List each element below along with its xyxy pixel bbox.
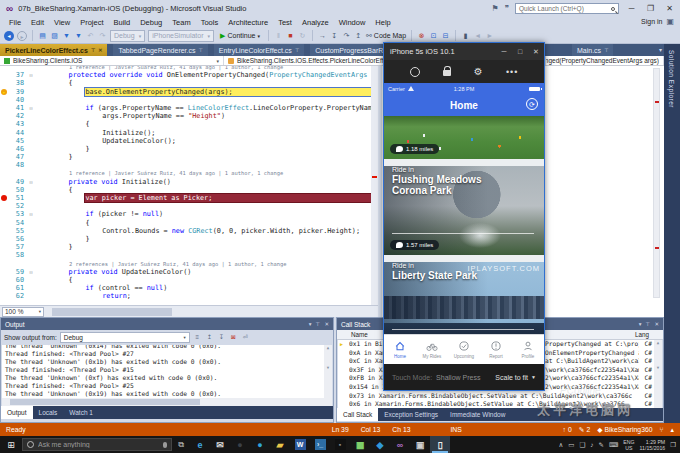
menu-test[interactable]: Test (273, 18, 297, 27)
taskbar-app-photos[interactable]: ▣ (410, 436, 430, 453)
breakpoint-gutter[interactable] (0, 137, 9, 145)
solution-config-combo[interactable]: Debug▾ (110, 30, 145, 42)
speaker-icon[interactable]: ♪ (590, 441, 593, 448)
panel-tab-locals[interactable]: Locals (33, 406, 64, 419)
breakpoint-gutter[interactable] (0, 96, 9, 104)
taskbar-app-word[interactable]: W (290, 436, 310, 453)
navigate-back-button[interactable]: ◂ (4, 31, 14, 41)
microphone-icon[interactable] (163, 442, 167, 448)
step-into-icon[interactable]: ↧ (330, 31, 339, 40)
continue-button[interactable]: ▶ Continue ▾ (217, 32, 263, 40)
taskbar-app-store-tiles[interactable]: ▦ (350, 436, 370, 453)
repo-button[interactable]: ◆ BikeSharing360 (597, 426, 652, 434)
taskbar-app-console[interactable]: ▪ (330, 436, 350, 453)
scale-to-fit-dropdown[interactable]: Scale to fit▼ (495, 374, 536, 381)
close-panel-icon[interactable]: ✕ (324, 321, 329, 327)
ride-card[interactable]: Ride inFlushing MeadowsCorona Park1.57 m… (384, 166, 544, 255)
user-avatar-icon[interactable]: ▣ (666, 17, 674, 26)
menu-project[interactable]: Project (75, 18, 108, 27)
panel-tab-call-stack[interactable]: Call Stack (337, 408, 378, 421)
output-horizontal-scrollbar[interactable] (2, 398, 332, 406)
breakpoint-gutter[interactable] (0, 71, 9, 79)
clear-output-icon[interactable]: ⊠ (229, 333, 238, 342)
breakpoint-gutter[interactable] (0, 202, 9, 210)
pen-icon[interactable]: ✎ (599, 441, 604, 449)
editor-horizontal-scrollbar[interactable] (52, 308, 172, 316)
breakpoint-gutter[interactable] (0, 227, 9, 235)
tab-overflow-icon[interactable]: ▾ (659, 46, 662, 53)
breakpoint-gutter[interactable] (0, 145, 9, 153)
taskbar-app-simulator-phone[interactable]: ▯ (430, 436, 450, 453)
codelens-info[interactable]: 2 references | Javier Suárez Ruiz, 41 da… (0, 260, 378, 268)
task-view-button[interactable]: ⧉ (172, 440, 190, 450)
step-over-icon[interactable]: ↷ (342, 31, 351, 40)
pin-icon[interactable]: ⊤ (316, 321, 321, 327)
breakpoint-gutter[interactable] (0, 268, 9, 276)
breakpoint-gutter[interactable] (0, 276, 9, 284)
tab-entrylinecoloreffect.cs[interactable]: EntryLineColorEffect.cs⊤ (214, 44, 304, 56)
output-panel-header[interactable]: Output ▾ ⊤ ✕ (1, 318, 333, 330)
lock-icon[interactable] (443, 70, 451, 76)
callstack-vertical-scrollbar[interactable]: ▲▼ (654, 340, 662, 408)
menu-file[interactable]: File (4, 18, 26, 27)
close-panel-icon[interactable]: ✕ (654, 321, 659, 327)
save-icon[interactable]: ▼ (62, 31, 71, 40)
breakpoint-gutter[interactable] (0, 104, 9, 112)
panel-tab-exception-settings[interactable]: Exception Settings (378, 408, 444, 421)
incoming-commits-button[interactable]: ↑ 0 (563, 426, 572, 433)
taskbar-app-file-explorer[interactable]: ▰ (270, 436, 290, 453)
breakpoint-gutter[interactable] (0, 79, 9, 87)
step-out-icon[interactable]: ↥ (354, 31, 363, 40)
stop-debug-icon[interactable]: ■ (286, 31, 295, 40)
breakpoint-gutter[interactable] (0, 194, 9, 202)
ride-card[interactable]: 1.18 miles (384, 116, 544, 159)
menu-view[interactable]: View (49, 18, 75, 27)
chevron-up-icon[interactable]: ∧ (559, 441, 564, 449)
member-dropdown[interactable]: OnElementPropertyChanged(PropertyChanged… (546, 56, 664, 65)
menu-architecture[interactable]: Architecture (223, 18, 273, 27)
panel-tab-watch-1[interactable]: Watch 1 (63, 406, 99, 419)
taskbar-app-powershell[interactable]: ›_ (310, 436, 330, 453)
language-indicator[interactable]: ENGUS (623, 439, 634, 451)
next-message-icon[interactable]: ↧ (217, 333, 226, 342)
editor-vertical-scrollbar[interactable] (371, 66, 378, 305)
panel-tab-output[interactable]: Output (1, 406, 33, 419)
restore-button[interactable]: ❐ (644, 4, 657, 13)
bookmark-icon[interactable]: ▮ (461, 31, 470, 40)
taskbar-app-edge[interactable]: e (190, 436, 210, 453)
notifications-flag-icon[interactable]: ⚑ (492, 4, 499, 13)
sim-maximize-button[interactable]: □ (512, 48, 528, 56)
taskbar-clock[interactable]: 1:29 PM11/15/2016 (640, 439, 666, 451)
new-file-icon[interactable]: ▤ (38, 31, 47, 40)
open-file-icon[interactable]: ▨ (50, 31, 59, 40)
breakpoint-gutter[interactable] (0, 161, 9, 169)
chat-icon[interactable]: ❑ (579, 441, 585, 449)
sim-tab-upcoming[interactable]: Upcoming (448, 335, 480, 364)
cortana-search-input[interactable]: Ask me anything (22, 438, 172, 451)
fold-toggle-icon[interactable]: ⊟ (27, 104, 35, 112)
sim-tab-my-rides[interactable]: My Rides (416, 335, 448, 364)
breakpoint-gutter[interactable] (0, 243, 9, 251)
redo-icon[interactable]: ↷ (98, 31, 107, 40)
close-button[interactable]: ✕ (663, 4, 676, 13)
breakpoint-gutter[interactable] (0, 210, 9, 218)
tab-pin-icon[interactable]: ⊤ (199, 47, 203, 53)
sync-icon[interactable]: ⟳ (526, 98, 538, 110)
window-position-icon[interactable]: ▾ (639, 321, 642, 327)
tab-pin-icon[interactable]: ⊤ (91, 47, 95, 53)
fold-toggle-icon[interactable]: ⊟ (27, 178, 35, 186)
sim-tab-report[interactable]: Report (480, 335, 512, 364)
watch-icon[interactable]: ⊡ (429, 31, 438, 40)
sim-minimize-button[interactable]: ─ (496, 48, 512, 56)
menu-edit[interactable]: Edit (26, 18, 49, 27)
battery-icon[interactable]: ▭ (568, 441, 574, 449)
feedback-icon[interactable]: ❞ (505, 4, 509, 13)
sim-tab-home[interactable]: Home (384, 335, 416, 364)
taskbar-app-telegram[interactable]: ● (250, 436, 270, 453)
branch-icon[interactable]: ⑂ (660, 426, 664, 433)
home-button-icon[interactable] (410, 67, 420, 77)
breakpoint-gutter[interactable] (0, 284, 9, 292)
output-source-combo[interactable]: Debug▾ (60, 332, 190, 343)
tab-pin-icon[interactable]: ⊤ (295, 47, 299, 53)
sim-tab-profile[interactable]: Profile (512, 335, 544, 364)
